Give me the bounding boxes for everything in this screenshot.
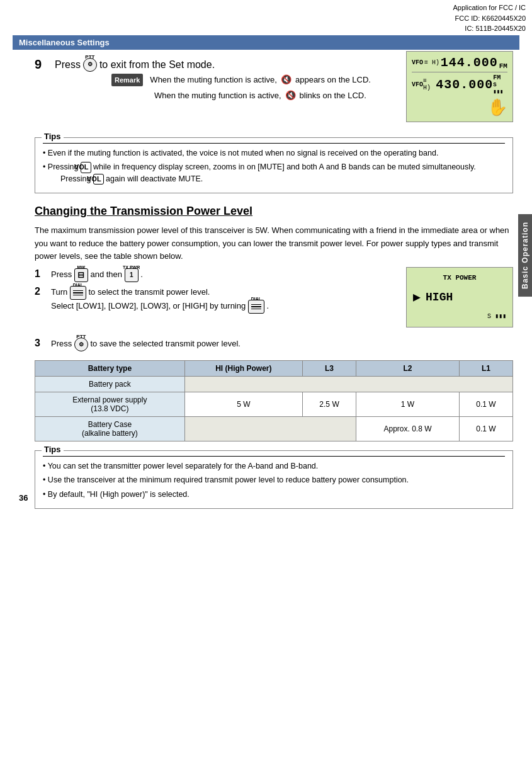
table-header-battery: Battery type (35, 360, 185, 376)
table-cell-battery-case-l1: 0.1 W (459, 416, 512, 441)
body-text-tx-power: The maximum transmission power level of … (35, 224, 513, 263)
table-row-external-power: External power supply(13.8 VDC) 5 W 2.5 … (35, 392, 513, 416)
tips-2-item-2: Use the transceiver at the minimum requi… (43, 474, 505, 486)
table-cell-battery-pack-type: Battery pack (35, 376, 185, 392)
step-9-number: 9 (35, 57, 52, 71)
table-header-l2: L2 (356, 360, 460, 376)
remark1-after: appears on the LCD. (295, 73, 371, 87)
table-cell-battery-case-merged (184, 416, 356, 441)
remark-label: Remark (111, 74, 143, 87)
table-cell-battery-case-type: Battery Case(alkaline battery) (35, 416, 185, 441)
step-9-press-label: Press (55, 57, 81, 72)
page-number: 36 (19, 493, 28, 503)
lcd-freq1: 144.000 (441, 55, 498, 70)
tips-1-item-1: Even if the muting function is activated… (43, 147, 505, 159)
tx-display-footer: S ▮▮▮ (413, 312, 506, 322)
lcd-display-step9: VFO ≡ H) 144.000 FM VFO ≡ H) 430.000 FMS… (406, 51, 513, 122)
step-9: 9 VFO ≡ H) 144.000 FM VFO ≡ H) 430.000 (35, 57, 513, 128)
tips-2-list: You can set the transmitter power level … (43, 460, 505, 501)
dial-lines-1 (73, 290, 83, 296)
tips-2-label: Tips (42, 445, 64, 454)
misc-settings-title: Miscellaneous Settings (19, 38, 110, 47)
step-9-title: Press PTT ⚙ to exit from the Set mode. (55, 57, 393, 72)
table-header-hi: HI (High Power) (184, 360, 302, 376)
fcc-line1: Application for FCC / IC (0, 3, 526, 13)
remark1-before: When the muting function is active, (150, 73, 277, 87)
mute-icon-2: 🔇 (285, 88, 296, 103)
table-header-l3: L3 (302, 360, 356, 376)
table-cell-external-type: External power supply(13.8 VDC) (35, 392, 185, 416)
step-3-text: Press PTT ⚙ to save the selected transmi… (51, 338, 513, 351)
table-cell-battery-pack-merged (184, 376, 512, 392)
section-title-tx-power: Changing the Transmission Power Level (35, 205, 513, 218)
tips-box-1: Tips Even if the muting function is acti… (35, 137, 513, 193)
remark2-before: When the muting function is active, (154, 89, 281, 103)
lcd-freq2: 430.000 (436, 77, 493, 92)
tips-1-list: Even if the muting function is activated… (43, 147, 505, 185)
fcc-line2: FCC ID: K6620445X20 (0, 13, 526, 24)
table-cell-battery-case-l2: Approx. 0.8 W (356, 416, 460, 441)
power-table: Battery type HI (High Power) L3 L2 L1 Ba… (35, 360, 513, 441)
lcd-indicator1: ≡ H) (424, 59, 439, 66)
fcc-line3: IC: 511B-20445X20 (0, 23, 526, 34)
table-header-l1: L1 (459, 360, 512, 376)
step-2-number: 2 (35, 286, 47, 297)
lcd-indicator2: ≡ H) (423, 77, 436, 91)
step-1-number: 1 (35, 268, 47, 280)
table-row-battery-pack: Battery pack (35, 376, 513, 392)
table-cell-external-l1: 0.1 W (459, 392, 512, 416)
tips-1-item-2: Pressing VOL while in frequency display … (43, 161, 505, 185)
tx-display-title: TX POWER (413, 273, 506, 284)
dial-icon-1: DIAL (70, 286, 86, 300)
lcd-fm1: FM (499, 62, 507, 70)
lcd-fm2: FMS ▮▮▮ (493, 74, 507, 95)
tx-pwr-button-icon: TX PWR 1 (125, 268, 139, 282)
step-9-text-after: to exit from the Set mode. (99, 57, 215, 72)
vol-badge-2: VOL (93, 174, 104, 185)
dial-icon-2: DIAL (248, 300, 264, 314)
tx-power-display: TX POWER ▶ HIGH S ▮▮▮ (406, 267, 513, 327)
ptt-button-icon: PTT ⚙ (83, 58, 97, 72)
step-3: 3 Press PTT ⚙ to save the selected trans… (35, 338, 513, 351)
fcc-header: Application for FCC / IC FCC ID: K662044… (0, 0, 532, 35)
set-button-icon: PTT ⚙ (74, 338, 88, 351)
tips-box-2: Tips You can set the transmitter power l… (35, 450, 513, 509)
lcd-hand-icon: ✋ (487, 99, 507, 118)
step-9-content: VFO ≡ H) 144.000 FM VFO ≡ H) 430.000 FMS… (55, 57, 513, 128)
tips-2-item-3: By default, "HI (High power)" is selecte… (43, 489, 505, 501)
tx-display-row: ▶ HIGH (413, 288, 506, 308)
lcd-vfo1: VFO (412, 59, 423, 66)
tips-1-label: Tips (42, 132, 64, 141)
step-2-content: TX POWER ▶ HIGH S ▮▮▮ Turn DIAL (51, 286, 513, 334)
tx-arrow-icon: ▶ (413, 288, 421, 308)
step-2: 2 TX POWER ▶ HIGH S ▮▮▮ Turn DIAL (35, 286, 513, 334)
table-cell-external-hi: 5 W (184, 392, 302, 416)
table-cell-external-l3: 2.5 W (302, 392, 356, 416)
dial-lines-2 (251, 304, 261, 310)
mute-icon-1: 🔇 (281, 72, 291, 88)
mw-button-icon: MW ⊟ (74, 268, 88, 282)
misc-settings-header: Miscellaneous Settings (13, 35, 519, 50)
table-row-battery-case: Battery Case(alkaline battery) Approx. 0… (35, 416, 513, 441)
lcd-vfo2: VFO (412, 81, 423, 88)
tips-2-item-1: You can set the transmitter power level … (43, 460, 505, 472)
vol-badge-1: VOL (81, 162, 91, 173)
step-3-number: 3 (35, 338, 47, 349)
tx-display-value: HIGH (426, 288, 453, 307)
sidebar-label: Basic Operation (518, 214, 532, 297)
remark2-after: blinks on the LCD. (300, 89, 366, 103)
table-cell-external-l2: 1 W (356, 392, 460, 416)
